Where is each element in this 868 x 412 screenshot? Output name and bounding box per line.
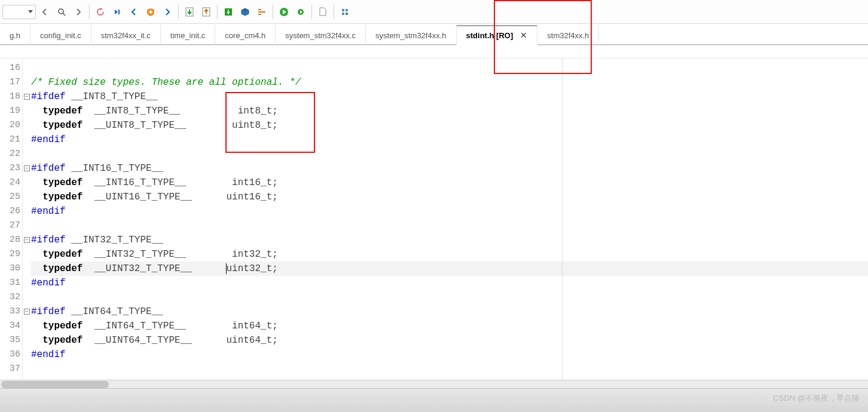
chevron-left-icon [130,8,137,16]
line-number: 27 [0,219,22,233]
code-line: typedef __INT32_T_TYPE__ int32_t; [31,247,868,262]
fold-toggle[interactable]: − [24,309,30,315]
fold-cell [23,176,31,190]
separator [178,5,179,19]
shield-icon [146,8,155,16]
fold-cell [23,290,31,305]
restart-button[interactable] [93,4,108,20]
fold-cell [23,276,31,290]
code-line [31,290,868,305]
code-line: typedef __UINT64_T_TYPE__ uint64_t; [31,333,868,348]
code-line [31,61,868,75]
step-in-button[interactable] [126,4,142,20]
svg-rect-3 [150,10,151,14]
separator [311,5,312,19]
upload-button[interactable] [198,4,214,20]
fold-cell [23,247,31,262]
cube-icon [241,8,249,16]
tab-config-init[interactable]: config_init.c [30,25,91,45]
fold-toggle[interactable]: − [24,94,30,100]
run-small-button[interactable] [293,4,308,20]
svg-rect-1 [118,10,120,14]
fold-cell: − [23,305,31,319]
line-number: 20 [0,118,22,133]
code-line: #ifdef __INT32_T_TYPE__ [31,233,868,247]
line-number: 31 [0,276,22,290]
fold-cell: − [23,233,31,247]
search-button[interactable] [54,4,69,20]
run-button[interactable] [276,4,292,20]
step-out-button[interactable] [160,4,175,20]
fold-toggle[interactable]: − [24,237,30,243]
indent-icon [258,8,266,16]
fold-cell [23,333,31,348]
fold-cell: − [23,161,31,176]
run-to-button[interactable] [109,4,125,20]
close-icon[interactable]: ✕ [520,30,527,40]
tab-time-init[interactable]: time_init.c [161,25,216,45]
nav-fwd-button[interactable] [71,4,86,20]
search-icon [57,8,66,16]
tab-system-stm32f4xx-h[interactable]: system_stm32f4xx.h [366,25,457,45]
line-number-gutter: 1617181920212223242526272829303132333435… [0,59,23,401]
fold-cell [23,61,31,75]
scrollbar-thumb[interactable] [1,381,109,388]
project-dropdown[interactable] [2,5,36,19]
svg-rect-12 [342,9,344,11]
fold-cell [23,118,31,133]
fold-cell [23,348,31,362]
file-icon [319,7,326,16]
tab-g-h[interactable]: g.h [0,25,30,45]
save-icon [224,8,233,16]
code-line: #endif [31,133,868,147]
code-line: typedef __UINT32_T_TYPE__ uint32_t; [31,262,868,276]
breakpoint-button[interactable] [143,4,158,20]
breadcrumb-strip [0,45,868,59]
play-small-icon [297,8,304,16]
line-number: 18 [0,90,22,104]
code-line [31,219,868,233]
tab-bar: g.h config_init.c stm32f4xx_it.c time_in… [0,24,868,45]
tab-label: system_stm32f4xx.c [285,31,356,40]
download-button[interactable] [182,4,197,20]
tab-stdint-h[interactable]: stdint.h [RO]✕ [457,25,538,45]
save-button[interactable] [221,4,236,20]
chevron-right-icon [75,8,82,16]
tab-label: time_init.c [170,31,206,40]
line-number: 23 [0,161,22,176]
fold-cell [23,75,31,90]
tab-stm32f4xx-h[interactable]: stm32f4xx.h [537,25,599,45]
code-body[interactable]: /* Fixed size types. These are all optio… [31,59,868,401]
chevron-down-icon [28,10,33,13]
fold-cell [23,190,31,204]
svg-rect-7 [258,9,261,10]
line-number: 29 [0,247,22,262]
run-to-icon [113,8,121,16]
toolbar [0,0,868,24]
svg-point-0 [59,9,63,14]
play-icon [279,7,289,17]
line-number: 24 [0,176,22,190]
code-line: #endif [31,204,868,219]
indent-button[interactable] [254,4,270,20]
tab-core-cm4[interactable]: core_cm4.h [215,25,276,45]
tab-label: stdint.h [RO] [466,31,514,40]
status-bar [0,388,868,412]
horizontal-scrollbar[interactable] [0,380,868,388]
file-button[interactable] [315,4,331,20]
line-number: 28 [0,233,22,247]
code-line: typedef __UINT8_T_TYPE__ uint8_t; [31,118,868,133]
line-number: 26 [0,204,22,219]
code-editor[interactable]: 1617181920212223242526272829303132333435… [0,59,868,401]
tab-label: g.h [10,31,20,40]
cube-button[interactable] [237,4,253,20]
separator [89,5,90,19]
nav-back-button[interactable] [37,4,53,20]
chevron-right-icon [164,8,171,16]
line-number: 21 [0,133,22,147]
line-number: 33 [0,305,22,319]
tab-system-stm32f4xx-c[interactable]: system_stm32f4xx.c [276,25,366,45]
fold-toggle[interactable]: − [24,165,30,171]
tab-stm32f4xx-it[interactable]: stm32f4xx_it.c [91,25,161,45]
db-button[interactable] [337,4,353,20]
